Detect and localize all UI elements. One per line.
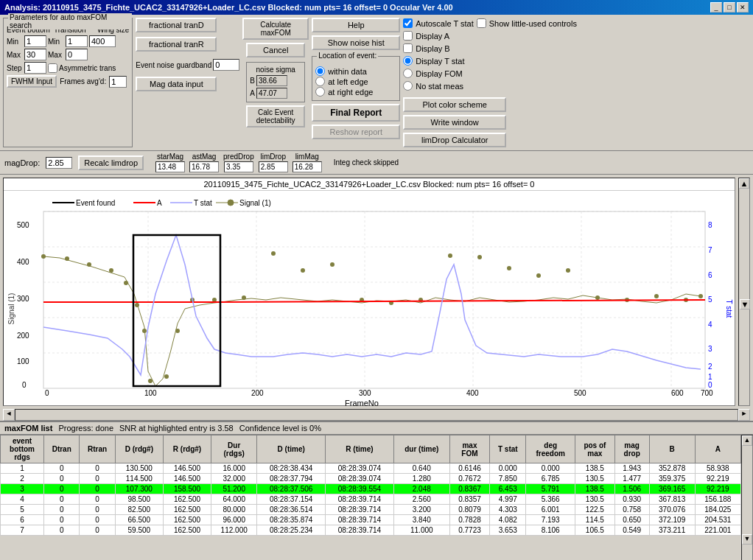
maximize-button[interactable]: □ (724, 2, 735, 13)
show-noise-hist-button[interactable]: Show noise hist (312, 35, 400, 50)
show-little-used-checkbox[interactable] (477, 18, 486, 28)
table-cell: 08:28:39.074 (326, 463, 394, 474)
star-mag-input[interactable] (155, 161, 185, 172)
table-row[interactable]: 50082.500162.50080.00008:28:36.51408:28:… (1, 505, 741, 515)
table-row[interactable]: 60066.500162.50096.00008:28:35.87408:28:… (1, 515, 741, 525)
table-cell: 204.531 (695, 515, 740, 525)
event-bottom-min[interactable] (24, 35, 46, 47)
minimize-button[interactable]: _ (710, 2, 722, 13)
table-cell: 372.109 (649, 515, 695, 525)
a-value[interactable] (256, 88, 287, 99)
col-dur: Dur (rdgs) (211, 435, 257, 463)
scroll-down-btn[interactable]: ▼ (740, 299, 750, 309)
within-data-radio[interactable] (315, 66, 325, 76)
fwhm-input-button[interactable]: FWHM Input (7, 75, 57, 88)
bottom-panel: maxFOM list Progress: done SNR at highli… (0, 421, 753, 560)
table-cell: 0 (44, 474, 80, 484)
table-row[interactable]: 40098.500162.50064.00008:28:37.15408:28:… (1, 494, 741, 505)
reshow-report-button[interactable]: Reshow report (312, 125, 400, 139)
cancel-button[interactable]: Cancel (246, 43, 305, 57)
display-a-checkbox[interactable] (403, 31, 413, 41)
integ-check-label: Integ check skipped (334, 158, 399, 167)
table-cell: 3.653 (490, 525, 526, 536)
table-cell: 369.165 (649, 484, 695, 494)
table-cell: 0.6146 (449, 463, 490, 474)
svg-point-60 (301, 268, 305, 273)
table-cell: 0.7723 (449, 525, 490, 536)
table-scroll[interactable]: event bottom rdgs Dtran Rtran D (rdg#) R… (0, 435, 741, 560)
table-scrollbar-v[interactable]: ▲ ▼ (741, 435, 753, 560)
table-cell: 146.500 (163, 463, 211, 474)
lim-mag-input[interactable] (293, 161, 322, 172)
asymmetric-trans-label: Asymmetric trans (59, 64, 116, 72)
svg-text:Signal (1): Signal (1) (239, 199, 271, 207)
svg-text:FrameNo: FrameNo (345, 399, 379, 407)
table-cell: 92.219 (695, 484, 740, 494)
show-little-used-label: Show little-used controls (489, 19, 577, 28)
table-cell: 08:28:39.714 (326, 505, 394, 515)
table-cell: 138.5 (575, 463, 615, 474)
table-cell: 373.211 (649, 525, 695, 536)
plot-color-scheme-button[interactable]: Plot color scheme (403, 97, 506, 112)
guardband-input[interactable] (213, 59, 239, 71)
transition-min[interactable] (66, 35, 88, 47)
svg-text:Signal (1): Signal (1) (7, 293, 15, 325)
svg-point-59 (271, 251, 276, 256)
display-fom-radio[interactable] (403, 69, 413, 78)
close-button[interactable]: ✕ (737, 2, 749, 13)
ast-mag-input[interactable] (189, 161, 219, 172)
calculate-maxfom-button[interactable]: Calculate maxFOM (242, 18, 309, 40)
recalc-limdrop-button[interactable]: Recalc limdrop (78, 155, 144, 170)
at-left-edge-label: at left edge (328, 77, 368, 86)
chart-scrollbar-v[interactable]: ▲ ▼ (738, 178, 750, 406)
col-event-bottom: event bottom rdgs (1, 435, 44, 463)
table-row[interactable]: 300107.300158.50051.20008:28:37.50608:28… (1, 484, 741, 494)
mag-drop-value[interactable] (46, 157, 72, 169)
svg-text:6: 6 (708, 271, 712, 279)
table-row[interactable]: 70059.500162.500112.00008:28:25.23408:28… (1, 525, 741, 536)
svg-point-67 (507, 266, 511, 270)
step-input[interactable] (24, 62, 46, 74)
display-b-label: Display B (416, 44, 449, 53)
at-left-edge-radio[interactable] (315, 77, 325, 86)
final-report-button[interactable]: Final Report (312, 104, 400, 122)
display-tstat-radio[interactable] (403, 56, 413, 66)
scroll-left-btn[interactable]: ◄ (3, 409, 15, 421)
progress-text: Progress: done (58, 424, 113, 433)
wing-size[interactable] (89, 35, 116, 47)
write-window-button[interactable]: Write window (403, 115, 506, 130)
display-b-checkbox[interactable] (403, 43, 413, 53)
asymmetric-trans-checkbox[interactable] (48, 63, 57, 73)
table-scroll-up[interactable]: ▲ (742, 435, 752, 446)
lim-drop-input[interactable] (259, 161, 288, 172)
event-bottom-max[interactable] (24, 49, 46, 60)
scroll-right-btn[interactable]: ► (738, 409, 750, 421)
b-value[interactable] (256, 75, 287, 86)
calc-event-button[interactable]: Calc Event detectability (246, 105, 305, 127)
frames-avg-input[interactable] (109, 76, 127, 88)
confidence-text: Confidence level is 0% (239, 424, 321, 433)
fractional-trand-button[interactable]: fractional tranD (136, 18, 217, 32)
pred-drop-input[interactable] (224, 161, 253, 172)
transition-max[interactable] (66, 49, 88, 60)
table-cell: 4.997 (490, 494, 526, 505)
autoscale-tstat-checkbox[interactable] (403, 18, 413, 28)
no-stat-meas-radio[interactable] (403, 81, 413, 91)
table-scroll-down[interactable]: ▼ (742, 534, 752, 545)
table-row[interactable]: 200114.500146.50032.00008:28:37.79408:28… (1, 474, 741, 484)
help-button[interactable]: Help (312, 18, 400, 32)
table-cell: 6 (1, 515, 44, 525)
max-label2: Max (48, 51, 64, 59)
table-cell: 8.106 (526, 525, 575, 536)
table-cell: 51.200 (211, 484, 257, 494)
limdrop-calc-button[interactable]: limDrop Calculator (403, 133, 506, 147)
scroll-up-btn[interactable]: ▲ (739, 178, 749, 189)
table-cell: 0 (80, 525, 115, 536)
mag-data-input-button[interactable]: Mag data input (136, 77, 217, 91)
at-right-edge-radio[interactable] (315, 87, 325, 97)
table-cell: 114.5 (575, 515, 615, 525)
svg-text:400: 400 (17, 258, 29, 266)
table-cell: 5.366 (526, 494, 575, 505)
table-row[interactable]: 100130.500146.50016.00008:28:38.43408:28… (1, 463, 741, 474)
fractional-tranr-button[interactable]: fractional tranR (136, 37, 217, 52)
